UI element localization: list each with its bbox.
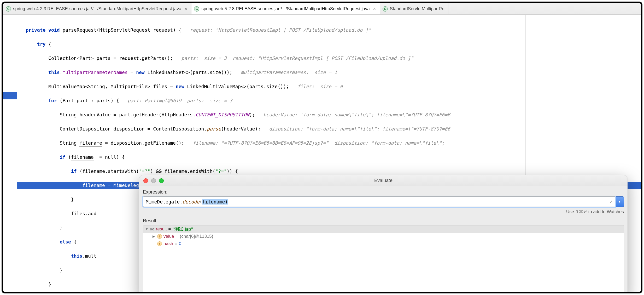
result-row-root[interactable]: ▼ oo result = "测试.jsp" (143, 225, 624, 233)
window-minimize-icon (151, 178, 156, 183)
expression-history-dropdown[interactable]: ▼ (615, 196, 624, 207)
close-icon[interactable]: ✕ (373, 7, 376, 11)
tab-file-2[interactable]: C spring-web-5.2.8.RELEASE-sources.jar!/… (191, 3, 380, 14)
evaluate-dialog: Evaluate Expression: MimeDelegate.decode… (139, 175, 628, 293)
result-tree[interactable]: ▼ oo result = "测试.jsp" ▶ f value = {char… (143, 225, 624, 293)
class-icon: C (383, 6, 388, 12)
instance-icon: oo (150, 227, 154, 231)
window-zoom-icon[interactable] (159, 178, 164, 183)
gutter-highlight (3, 92, 17, 99)
watches-hint: Use ⇧⌘⏎ to add to Watches (143, 209, 624, 214)
dialog-titlebar[interactable]: Evaluate (139, 175, 628, 186)
tab-label: StandardServletMultipartRe (390, 6, 444, 12)
result-row-hash[interactable]: f hash = 0 (143, 240, 624, 247)
disclosure-down-icon[interactable]: ▼ (145, 227, 148, 231)
tab-label: spring-web-4.2.3.RELEASE-sources.jar!/..… (13, 6, 181, 12)
chevron-down-icon: ▼ (618, 200, 621, 203)
field-icon: f (157, 241, 162, 246)
dialog-title: Evaluate (139, 178, 628, 183)
editor-tabs: C spring-web-4.2.3.RELEASE-sources.jar!/… (3, 3, 641, 15)
tab-file-1[interactable]: C spring-web-4.2.3.RELEASE-sources.jar!/… (3, 3, 191, 14)
expression-input[interactable]: MimeDelegate.decode(filename) ⤢ (143, 196, 615, 207)
expression-label: Expression: (143, 189, 624, 195)
disclosure-right-icon[interactable]: ▶ (153, 235, 156, 238)
class-icon: C (6, 6, 11, 12)
field-icon: f (157, 234, 162, 239)
tab-label: spring-web-5.2.8.RELEASE-sources.jar!/..… (201, 6, 370, 12)
result-row-value[interactable]: ▶ f value = {char[6]@11315} (143, 233, 624, 240)
window-close-icon[interactable] (143, 178, 148, 183)
result-label: Result: (143, 218, 624, 224)
tab-file-3[interactable]: C StandardServletMultipartRe (380, 3, 448, 14)
class-icon: C (194, 6, 199, 12)
expand-icon[interactable]: ⤢ (610, 200, 613, 204)
close-icon[interactable]: ✕ (184, 7, 188, 11)
